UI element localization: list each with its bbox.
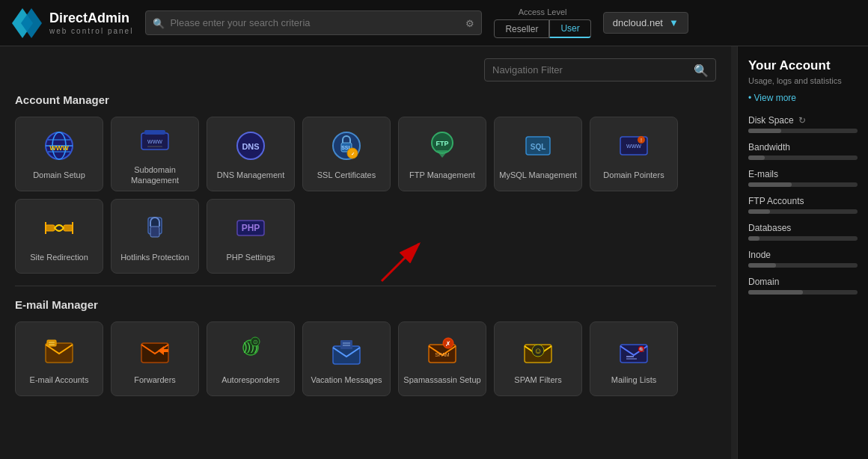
php-icon: PHP (233, 210, 269, 246)
card-label: Domain Setup (33, 170, 85, 180)
svg-text:✓: ✓ (351, 152, 355, 156)
stat-label: Inode (748, 250, 858, 260)
right-sidebar: Your Account Usage, logs and statistics … (737, 46, 868, 459)
domain-selector[interactable]: dncloud.net ▼ (603, 12, 688, 34)
reseller-button[interactable]: Reseller (494, 19, 549, 38)
icon-card-spam-setup[interactable]: SPAM ✗ Spamassassin Setup (398, 321, 486, 396)
spam-setup-icon: SPAM ✗ (424, 333, 460, 369)
card-label: Mailing Lists (611, 375, 657, 385)
card-label: E-mail Accounts (30, 375, 89, 385)
svg-text:🔍: 🔍 (639, 347, 645, 353)
view-more-link[interactable]: • View more (748, 93, 858, 103)
stat-bar (748, 182, 858, 187)
access-buttons: Reseller User (494, 19, 590, 38)
ssl-icon: SSL ✓ (328, 128, 364, 164)
ftp-icon: FTP (424, 128, 460, 164)
email-manager-grid: E-mail Accounts Forwarders (15, 321, 716, 396)
card-label: Forwarders (134, 375, 176, 385)
stat-bar-fill (748, 236, 760, 241)
dns-icon: DNS (233, 128, 269, 164)
icon-card-email-accounts[interactable]: E-mail Accounts (15, 321, 103, 396)
site-redirect-icon (41, 210, 77, 246)
stat-label: Bandwidth (748, 142, 858, 153)
stat-bar-fill (748, 290, 803, 295)
gear-icon[interactable]: ⚙ (465, 17, 474, 28)
domain-name: dncloud.net (613, 17, 663, 28)
stat-disk-space: Disk Space ↻ (748, 115, 858, 133)
stat-bar-fill (748, 155, 765, 160)
stat-bar (748, 155, 858, 160)
logo-icon (12, 8, 42, 38)
stat-emails: E-mails (748, 169, 858, 187)
search-bar: 🔍 ⚙ (145, 10, 482, 35)
svg-text:⊙: ⊙ (253, 339, 258, 345)
svg-rect-33 (150, 227, 159, 237)
card-label: Autoresponders (221, 375, 280, 385)
icon-card-php[interactable]: PHP PHP Settings (207, 199, 295, 274)
icon-card-mailing-lists[interactable]: 🔍 Mailing Lists (590, 321, 678, 396)
icon-card-vacation[interactable]: Vacation Messages (302, 321, 391, 396)
stat-bar-fill (748, 263, 776, 268)
icon-card-hotlinks[interactable]: Hotlinks Protection (111, 199, 199, 274)
logo-area: DirectAdmin web control panel (12, 8, 133, 38)
icon-card-mysql[interactable]: SQL MySQL Management (494, 117, 582, 191)
access-level-label: Access Level (519, 7, 567, 16)
svg-rect-48 (340, 340, 352, 349)
stat-bar (748, 209, 858, 214)
icon-card-dns[interactable]: DNS DNS Management (207, 117, 295, 191)
icon-card-domain-setup[interactable]: WWW Domain Setup (15, 117, 103, 191)
hotlinks-icon (137, 210, 173, 246)
search-icon: 🔍 (153, 17, 165, 28)
svg-text:✗: ✗ (445, 340, 451, 348)
stat-label: Databases (748, 223, 858, 233)
header: DirectAdmin web control panel 🔍 ⚙ Access… (0, 0, 868, 46)
icon-card-forwarders[interactable]: Forwarders (111, 321, 199, 396)
stat-bar (748, 236, 858, 241)
logo-title: DirectAdmin (49, 10, 133, 27)
stat-ftp: FTP Accounts (748, 196, 858, 214)
subdomain-icon: WWW (137, 123, 173, 158)
nav-filter-search-icon: 🔍 (694, 63, 709, 77)
scrollbar-track[interactable] (731, 46, 737, 459)
account-manager-title: Account Manager (15, 93, 716, 106)
mailing-lists-icon: 🔍 (616, 333, 652, 369)
stat-label: FTP Accounts (748, 196, 858, 206)
svg-marker-21 (436, 150, 448, 158)
card-label: FTP Management (409, 170, 475, 180)
card-label: Vacation Messages (311, 375, 382, 385)
icon-card-site-redirect[interactable]: Site Redirection (15, 199, 103, 274)
domain-setup-icon: WWW (41, 128, 77, 164)
icon-card-domain-pointers[interactable]: WWW ! Domain Pointers (590, 117, 678, 191)
refresh-icon[interactable]: ↻ (798, 115, 806, 126)
stat-bar-fill (748, 129, 781, 133)
icon-card-spam-filters[interactable]: ☺ SPAM Filters (494, 321, 582, 396)
svg-text:PHP: PHP (242, 223, 260, 233)
icon-card-subdomain[interactable]: WWW Subdomain Management (111, 117, 199, 191)
search-input[interactable] (145, 10, 482, 35)
domain-pointers-icon: WWW ! (616, 128, 652, 164)
nav-filter-input[interactable] (484, 58, 716, 81)
stat-bar-fill (748, 209, 770, 214)
svg-rect-28 (46, 225, 55, 231)
icon-card-ftp[interactable]: FTP FTP Management (398, 117, 486, 191)
stat-label: Domain (748, 277, 858, 287)
content-area: 🔍 Account Manager WWW (0, 46, 731, 459)
account-manager-section: Account Manager WWW Domain (15, 93, 716, 274)
card-label: Site Redirection (30, 252, 88, 262)
card-label: PHP Settings (226, 252, 275, 262)
svg-text:WWW: WWW (147, 139, 162, 144)
card-label: Subdomain Management (111, 164, 198, 186)
svg-rect-29 (64, 225, 73, 231)
stat-bar (748, 290, 858, 295)
card-label: Spamassassin Setup (403, 375, 480, 385)
icon-card-ssl[interactable]: SSL ✓ SSL Certificates (302, 117, 391, 191)
logo-subtitle: web control panel (49, 27, 133, 35)
sidebar-title: Your Account (748, 58, 858, 73)
caret-down-icon: ▼ (669, 17, 679, 28)
section-divider (15, 286, 716, 286)
svg-text:SQL: SQL (531, 143, 546, 151)
icon-card-autoresponders[interactable]: )))) ⊙ Autoresponders (207, 321, 295, 396)
user-button[interactable]: User (549, 19, 590, 38)
nav-filter: 🔍 (484, 58, 716, 81)
stat-inode: Inode (748, 250, 858, 268)
